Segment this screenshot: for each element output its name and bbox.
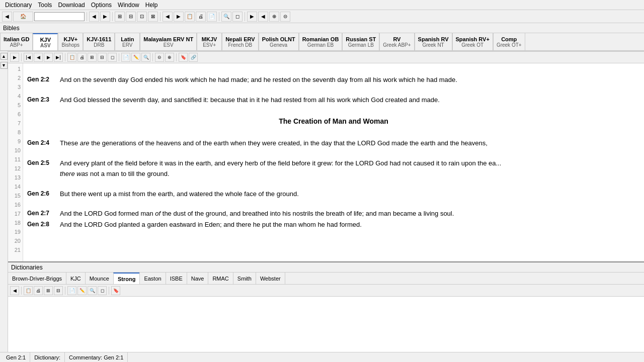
toolbar-btn-3[interactable]: ⊞ xyxy=(115,12,125,22)
btool-note[interactable]: 📄 xyxy=(121,53,130,62)
tab-polish[interactable]: Polish OLNT Geneva xyxy=(259,33,299,50)
menu-options[interactable]: Options xyxy=(88,1,115,10)
toolbar-btn-12[interactable]: 🔍 xyxy=(221,12,231,22)
btool-layout3[interactable]: ◻ xyxy=(108,53,117,62)
tab-kjv-plus[interactable]: KJV+ Bishops xyxy=(58,33,83,50)
menu-tools[interactable]: Tools xyxy=(35,1,55,10)
dict-tab-isbe[interactable]: ISBE xyxy=(166,273,187,284)
menu-window[interactable]: Window xyxy=(115,1,142,10)
toolbar-btn-14[interactable]: ▶ xyxy=(247,12,257,22)
dict-tab-strong[interactable]: Strong xyxy=(113,273,140,284)
dict-toolbar: ◀ 📋 🖨 ⊞ ⊟ 📄 ✏️ 🔍 ◻ 🔖 xyxy=(8,285,644,297)
toolbar-btn-1[interactable]: ◀ xyxy=(2,12,12,22)
verse-ref-gen-2-3[interactable]: Gen 2:3 xyxy=(27,95,60,104)
dict-btn-copy[interactable]: 📋 xyxy=(24,286,33,295)
verse-ref-gen-2-5[interactable]: Gen 2:5 xyxy=(27,158,60,167)
verse-ref-gen-2-4[interactable]: Gen 2:4 xyxy=(27,138,60,147)
toolbar-search-input[interactable] xyxy=(34,12,85,21)
btool-bookmark[interactable]: 🔖 xyxy=(179,53,188,62)
toolbar-btn-13[interactable]: ◻ xyxy=(232,12,243,22)
menu-help[interactable]: Help xyxy=(142,1,161,10)
btool-sep-4 xyxy=(152,53,153,61)
line-num-12: 12 xyxy=(8,164,23,173)
tab-comp[interactable]: Comp Greek OT+ xyxy=(493,33,525,50)
tab-kjv[interactable]: KJV ASV xyxy=(33,33,58,50)
toolbar-btn-9[interactable]: 📋 xyxy=(185,12,195,22)
arrow-up[interactable]: ▲ xyxy=(1,53,8,60)
toolbar-btn-15[interactable]: ◀ xyxy=(258,12,268,22)
btool-last[interactable]: ▶| xyxy=(54,53,63,62)
dict-btn-prev[interactable]: ◀ xyxy=(10,286,19,295)
dict-tab-webster[interactable]: Webster xyxy=(256,273,285,284)
toolbar-btn-8[interactable]: ▶ xyxy=(174,12,184,22)
dict-tab-kjc[interactable]: KJC xyxy=(66,273,86,284)
verse-ref-gen-2-2[interactable]: Gen 2:2 xyxy=(27,75,60,84)
content-left: ▲ ▼ xyxy=(0,51,8,362)
toolbar-btn-2[interactable]: 🏠 xyxy=(13,12,33,22)
btool-next[interactable]: ▶ xyxy=(44,53,53,62)
dict-tab-easton[interactable]: Easton xyxy=(139,273,166,284)
btool-layout[interactable]: ⊞ xyxy=(88,53,97,62)
toolbar-sep-1 xyxy=(87,12,87,21)
tab-russian[interactable]: Russian ST German LB xyxy=(342,33,379,50)
dict-btn-zoom[interactable]: ◻ xyxy=(98,286,107,295)
toolbar-btn-5[interactable]: ⊡ xyxy=(137,12,147,22)
btool-layout2[interactable]: ⊟ xyxy=(98,53,107,62)
bible-content[interactable]: Gen 2:2 And on the seventh day God ended… xyxy=(23,63,644,261)
empty-row-17 xyxy=(27,230,640,239)
toolbar-btn-16[interactable]: ⊕ xyxy=(269,12,279,22)
tab-spanish-rv[interactable]: Spanish RV Greek NT xyxy=(415,33,452,50)
btool-search[interactable]: 🔍 xyxy=(141,53,150,62)
dict-tab-bdb[interactable]: Brown-Driver-Briggs xyxy=(8,273,66,284)
btool-first[interactable]: |◀ xyxy=(24,53,33,62)
toolbar-btn-6[interactable]: ⊠ xyxy=(148,12,158,22)
dict-btn-search[interactable]: 🔍 xyxy=(88,286,97,295)
empty-row-14 xyxy=(27,199,640,208)
verse-ref-gen-2-6[interactable]: Gen 2:6 xyxy=(27,189,60,198)
tab-latin[interactable]: Latin ERV xyxy=(115,33,140,50)
toolbar-btn-4[interactable]: ⊟ xyxy=(126,12,136,22)
btool-prev[interactable]: ◀ xyxy=(34,53,43,62)
btool-print[interactable]: 🖨 xyxy=(77,53,87,62)
dict-btn-note[interactable]: 📄 xyxy=(67,286,76,295)
main-toolbar: ◀ 🏠 ◀ ▶ ⊞ ⊟ ⊡ ⊠ ◀ ▶ 📋 🖨 📄 🔍 ◻ ▶ ◀ ⊕ ⊝ xyxy=(0,10,644,23)
tab-mkjv[interactable]: MKJV ESV+ xyxy=(197,33,222,50)
btool-play[interactable]: ▶ xyxy=(10,53,19,62)
tab-romanian[interactable]: Romanian OB German EB xyxy=(299,33,343,50)
dict-btn-print[interactable]: 🖨 xyxy=(34,286,43,295)
toolbar-btn-back[interactable]: ◀ xyxy=(89,12,99,22)
dict-tab-mounce[interactable]: Mounce xyxy=(85,273,114,284)
dict-btn-bookmark[interactable]: 🔖 xyxy=(111,286,120,295)
btool-copy[interactable]: 📋 xyxy=(67,53,76,62)
dict-tab-nave[interactable]: Nave xyxy=(187,273,209,284)
tab-italian-gd[interactable]: Italian GD ABP+ xyxy=(0,33,33,50)
toolbar-btn-forward[interactable]: ▶ xyxy=(100,12,110,22)
arrow-down[interactable]: ▼ xyxy=(1,62,8,69)
toolbar-sep-3 xyxy=(160,12,160,21)
toolbar-sep-2 xyxy=(112,12,113,21)
tab-malayalam[interactable]: Malayalam ERV NT ESV xyxy=(140,33,197,50)
btool-zoom-in[interactable]: ⊕ xyxy=(165,53,174,62)
toolbar-btn-7[interactable]: ◀ xyxy=(163,12,173,22)
tab-rv[interactable]: RV Greek ABP+ xyxy=(379,33,414,50)
empty-row-20 xyxy=(27,257,640,261)
verse-ref-gen-2-8[interactable]: Gen 2:8 xyxy=(27,220,60,229)
menu-download[interactable]: Download xyxy=(55,1,88,10)
btool-link[interactable]: 🔗 xyxy=(189,53,198,62)
btool-zoom-out[interactable]: ⊝ xyxy=(155,53,164,62)
tab-spanish-rv-plus[interactable]: Spanish RV+ Greek OT xyxy=(452,33,493,50)
dict-btn-highlight[interactable]: ✏️ xyxy=(77,286,87,295)
btool-highlight[interactable]: ✏️ xyxy=(131,53,140,62)
toolbar-btn-17[interactable]: ⊝ xyxy=(280,12,290,22)
dict-btn-layout2[interactable]: ⊟ xyxy=(54,286,63,295)
tab-nepali[interactable]: Nepali ERV French DB xyxy=(222,33,259,50)
dict-btn-layout[interactable]: ⊞ xyxy=(44,286,53,295)
verse-gen-2-5: Gen 2:5 And every plant of the field bef… xyxy=(27,158,640,169)
toolbar-btn-11[interactable]: 📄 xyxy=(207,12,217,22)
menu-dictionary[interactable]: Dictionary xyxy=(2,1,35,10)
toolbar-btn-10[interactable]: 🖨 xyxy=(196,12,206,22)
verse-ref-gen-2-7[interactable]: Gen 2:7 xyxy=(27,209,60,218)
dict-tab-rmac[interactable]: RMAC xyxy=(208,273,233,284)
dict-tab-smith[interactable]: Smith xyxy=(233,273,256,284)
tab-kjv-1611[interactable]: KJV-1611 DRB xyxy=(83,33,115,50)
